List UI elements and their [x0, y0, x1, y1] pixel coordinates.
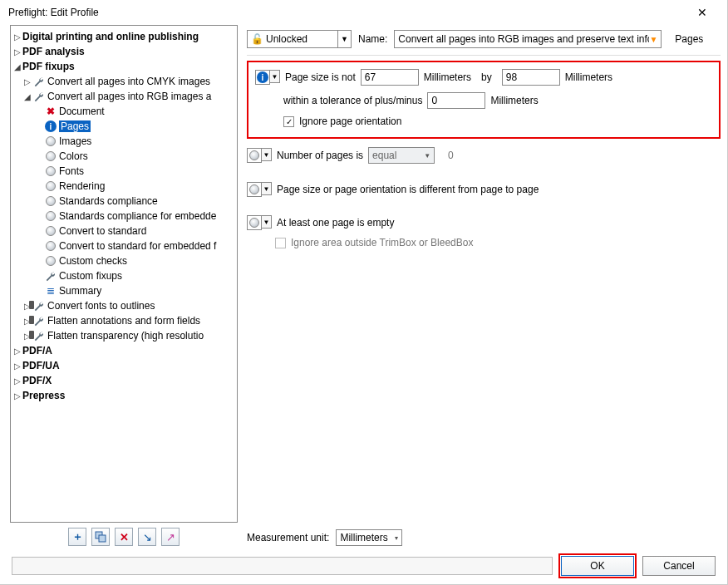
triangle-down-icon[interactable]: ▼ [649, 35, 657, 44]
collapse-icon[interactable]: ▷ [22, 77, 32, 86]
tree-std-emb[interactable]: Standards compliance for embedde [59, 210, 216, 222]
unit-w: Millimeters [424, 71, 471, 83]
num-pages-op-select[interactable]: equal▼ [368, 147, 435, 164]
ignore-area-row: Ignore area outside TrimBox or BleedBox [247, 237, 721, 248]
add-button[interactable]: ＋ [68, 528, 86, 546]
profile-name-input[interactable]: Convert all pages into RGB images and pr… [394, 30, 662, 48]
import-button[interactable]: ↘ [138, 528, 156, 546]
severity-picker[interactable]: ▼ [247, 148, 272, 163]
dot-icon [44, 150, 57, 163]
collapse-icon[interactable]: ▷ [12, 361, 22, 371]
tree-conv-std-emb[interactable]: Convert to standard for embedded f [59, 240, 216, 252]
ignore-area-label: Ignore area outside TrimBox or BleedBox [291, 237, 473, 248]
tree-summary[interactable]: Summary [59, 285, 101, 297]
tree-conv-std[interactable]: Convert to standard [59, 225, 146, 237]
tree-convert-fonts[interactable]: Convert fonts to outlines [47, 300, 155, 312]
settings-panel: i▼ Page size is not 67 Millimeters by 98… [247, 61, 721, 524]
tree-toolbar: ＋ ✕ ↘ ↗ [10, 523, 238, 548]
duplicate-button[interactable] [91, 528, 110, 546]
titlebar: Preflight: Edit Profile ✕ [0, 0, 727, 25]
tree-pdfx[interactable]: PDF/X [22, 375, 52, 386]
close-icon[interactable]: ✕ [686, 6, 719, 19]
lock-state-label: Unlocked [266, 33, 307, 45]
collapse-icon[interactable]: ▷ [12, 347, 22, 356]
svg-rect-1 [99, 535, 106, 542]
body: ▷Digital printing and online publishing … [0, 25, 727, 548]
wrench-icon [32, 75, 46, 88]
left-column: ▷Digital printing and online publishing … [10, 25, 239, 548]
chevron-down-icon[interactable]: ▼ [262, 215, 272, 229]
window: Preflight: Edit Profile ✕ ▷Digital print… [0, 0, 728, 585]
tree-document[interactable]: Document [59, 106, 105, 117]
tree-fonts[interactable]: Fonts [59, 165, 84, 177]
severity-picker[interactable]: ▼ [247, 215, 272, 230]
unit-h: Millimeters [565, 71, 612, 83]
ignore-orientation-label: Ignore page orientation [299, 116, 401, 127]
collapse-icon[interactable]: ▷ [12, 47, 22, 57]
ignore-orient-row: ✓ Ignore page orientation [255, 116, 712, 127]
empty-label: At least one page is empty [277, 217, 394, 229]
window-title: Preflight: Edit Profile [8, 7, 686, 18]
tree-pdfua[interactable]: PDF/UA [22, 360, 60, 371]
severity-picker[interactable]: ▼ [247, 182, 272, 197]
expand-icon[interactable]: ◢ [22, 92, 32, 101]
chevron-down-icon[interactable]: ▼ [337, 31, 351, 47]
measurement-unit-select[interactable]: Millimeters▾ [336, 529, 402, 546]
unlock-icon: 🔓 [251, 33, 263, 45]
tolerance-input[interactable]: 0 [427, 92, 485, 109]
ok-button[interactable]: OK [561, 556, 634, 576]
tree-digital[interactable]: Digital printing and online publishing [22, 31, 199, 42]
tree-flatten-tr[interactable]: Flatten transparency (high resolutio [47, 330, 204, 342]
tree-cfixups[interactable]: Custom fixups [59, 270, 122, 282]
tree-cmyk[interactable]: Convert all pages into CMYK images [47, 76, 210, 87]
dot-icon [249, 184, 259, 194]
dot-icon [249, 150, 259, 160]
measurement-unit-row: Measurement unit: Millimeters▾ [247, 524, 721, 548]
dot-icon [44, 209, 57, 223]
expand-icon[interactable]: ◢ [12, 62, 22, 71]
tree-colors[interactable]: Colors [59, 150, 88, 162]
tree-flatten-ann[interactable]: Flatten annotations and form fields [47, 315, 200, 327]
page-height-input[interactable]: 98 [502, 69, 560, 86]
chevron-down-icon[interactable]: ▼ [270, 70, 280, 83]
summary-icon: ≣ [44, 284, 57, 297]
tree-images[interactable]: Images [59, 135, 91, 147]
collapse-icon[interactable]: ▷ [12, 376, 22, 386]
profile-tree[interactable]: ▷Digital printing and online publishing … [10, 25, 238, 523]
chevron-down-icon: ▼ [424, 152, 430, 160]
dot-icon [44, 165, 57, 178]
cancel-button[interactable]: Cancel [642, 556, 716, 576]
severity-picker[interactable]: i▼ [255, 70, 280, 85]
tree-pdf-fixups[interactable]: PDF fixups [22, 61, 75, 72]
dot-icon [249, 218, 259, 228]
export-button[interactable]: ↗ [161, 528, 180, 546]
tree-std[interactable]: Standards compliance [59, 195, 158, 207]
category-link[interactable]: Pages [675, 33, 703, 45]
page-width-input[interactable]: 67 [361, 69, 419, 86]
chevron-down-icon[interactable]: ▼ [262, 148, 272, 161]
wrench-icon [44, 269, 57, 283]
ignore-orientation-checkbox[interactable]: ✓ [283, 116, 294, 127]
tree-prepress[interactable]: Prepress [22, 390, 65, 401]
tree-pdf-analysis[interactable]: PDF analysis [22, 46, 85, 57]
info-icon: i [44, 120, 57, 133]
tolerance-row: within a tolerance of plus/minus 0 Milli… [255, 92, 712, 109]
tree-rendering[interactable]: Rendering [59, 180, 105, 192]
locked-wrench-icon [32, 314, 46, 327]
profile-name-value: Convert all pages into RGB images and pr… [398, 33, 649, 45]
lock-state-combo[interactable]: 🔓Unlocked ▼ [247, 30, 352, 48]
wrench-icon [32, 90, 46, 103]
tree-rgb[interactable]: Convert all pages into RGB images a [47, 91, 211, 102]
empty-row: ▼ At least one page is empty [247, 215, 721, 230]
info-icon: i [257, 71, 268, 83]
ignore-area-checkbox [275, 238, 286, 248]
collapse-icon[interactable]: ▷ [12, 32, 22, 42]
dot-icon [44, 179, 57, 193]
dot-icon [44, 194, 57, 208]
chevron-down-icon[interactable]: ▼ [262, 182, 272, 195]
collapse-icon[interactable]: ▷ [12, 391, 22, 401]
delete-button[interactable]: ✕ [115, 528, 133, 546]
tree-cchecks[interactable]: Custom checks [59, 255, 127, 267]
tree-pages[interactable]: Pages [59, 120, 91, 132]
tree-pdfa[interactable]: PDF/A [22, 345, 52, 356]
